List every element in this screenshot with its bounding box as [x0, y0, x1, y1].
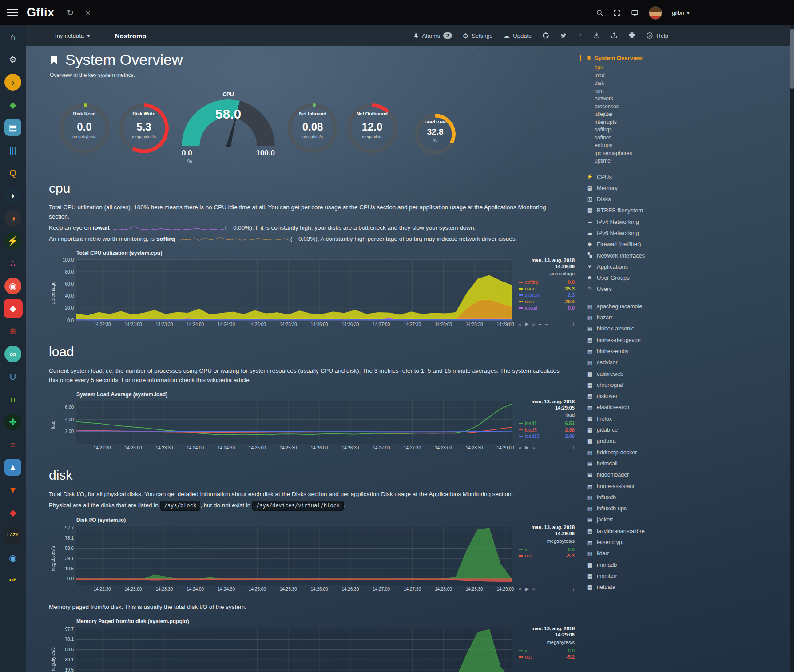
screen-cast-icon[interactable] [631, 9, 639, 16]
menu-toggle-icon[interactable] [7, 9, 18, 16]
legend-row-nice[interactable]: nice20.4 [519, 298, 575, 305]
sidebar-app-active-shield-app[interactable]: ◆ [0, 297, 26, 320]
chart-resize-handle[interactable]: ↕ [572, 321, 575, 327]
sidebar-app-half-orange-app[interactable]: ◑ [0, 207, 26, 229]
nav-app-netdata[interactable]: ▦ netdata [586, 582, 686, 593]
nav-app-lidarr[interactable]: ▦ lidarr [586, 548, 686, 559]
nav-app-mariadb[interactable]: ▦ mariadb [586, 560, 686, 571]
chart-zoom-in[interactable]: + [539, 321, 541, 327]
nav-app-elasticsearch[interactable]: ▦ elasticsearch [586, 402, 686, 413]
sidebar-app-dark-moon-app[interactable]: ◗ [0, 184, 26, 207]
nav-sub-uptime[interactable]: uptime [586, 157, 686, 165]
chart-resize-handle[interactable]: ↕ [572, 445, 575, 451]
nav-section-ipv4[interactable]: ☁ IPv4 Networking [586, 216, 686, 227]
legend-row-out[interactable]: out-5.2 [519, 654, 575, 660]
nav-section-cpus[interactable]: ⚡ CPUs [586, 171, 686, 183]
fullscreen-icon[interactable] [613, 9, 621, 16]
sidebar-app-u-blue-app[interactable]: U [0, 365, 26, 388]
nav-system-overview[interactable]: System Overview [580, 55, 686, 61]
print-button[interactable] [628, 32, 635, 39]
nav-section-applications[interactable]: ♥ Applications [586, 261, 686, 272]
nav-app-home-assistant[interactable]: ▦ home-assistant [586, 481, 686, 492]
nav-app-binhex-airsonic[interactable]: ▦ binhex-airsonic [586, 323, 686, 334]
system-load-chart[interactable]: 6.004.002.0014:22:3014:23:0014:23:3014:2… [57, 398, 514, 452]
nav-sub-ram[interactable]: ram [586, 87, 686, 95]
nav-sub-softnet[interactable]: softnet [586, 134, 686, 142]
nav-app-influxdb[interactable]: ▦ influxdb [586, 492, 686, 503]
legend-row-load15[interactable]: load152.06 [519, 433, 575, 440]
chart-pan-left[interactable]: « [519, 445, 521, 450]
nav-app-binhex-delugevpn[interactable]: ▦ binhex-delugevpn [586, 335, 686, 346]
nav-sub-ipc-semaphores[interactable]: ipc semaphores [586, 150, 686, 158]
scrollbar[interactable] [790, 25, 794, 672]
help-button[interactable]: ? Help [646, 32, 668, 39]
nav-app-bazarr[interactable]: ▦ bazarr [586, 312, 686, 323]
nav-app-hiddenloader[interactable]: ▦ hiddenloader [586, 469, 686, 481]
sidebar-app-gitlab[interactable]: ▼ [0, 478, 26, 501]
sidebar-app-scatter-app[interactable]: ∴ [0, 252, 26, 274]
chart-zoom-in[interactable]: + [539, 445, 541, 450]
legend-row-system[interactable]: system2.3 [519, 292, 575, 298]
nav-section-memory[interactable]: ▤ Memory [586, 183, 686, 194]
search-icon[interactable] [596, 9, 603, 16]
nav-app-binhex-emby[interactable]: ▦ binhex-emby [586, 346, 686, 357]
sidebar-app-photo-app[interactable]: ▲ [0, 456, 26, 478]
chart-zoom-in[interactable]: + [539, 586, 541, 592]
close-icon[interactable]: × [85, 8, 90, 17]
chart-pan-left[interactable]: « [519, 586, 521, 592]
sidebar-app-home[interactable]: ⌂ [0, 25, 26, 48]
legend-row-out[interactable]: out-5.3 [519, 553, 575, 559]
nav-section-user-groups[interactable]: ☻ User Groups [586, 272, 686, 283]
nav-app-calibreweb[interactable]: ▦ calibreweb [586, 369, 686, 380]
sidebar-app-u-green-app[interactable]: u [0, 388, 26, 410]
sidebar-app-lazylibrarian[interactable]: LAZY [0, 524, 26, 546]
nav-sub-processes[interactable]: processes [586, 103, 686, 111]
sidebar-app-jackett-search[interactable]: Q [0, 161, 26, 184]
legend-row-softirq[interactable]: softirq0.0 [519, 279, 575, 286]
nav-app-jackett[interactable]: ▦ jackett [586, 514, 686, 525]
facebook-link[interactable] [578, 32, 582, 39]
legend-row-in[interactable]: in0.0 [519, 546, 575, 553]
alarms-button[interactable]: Alarms 2 [413, 32, 452, 39]
import-button[interactable] [593, 32, 600, 39]
sidebar-app-droplet-app[interactable]: ◉ [0, 546, 26, 569]
sidebar-app-sabnzbd[interactable]: sab [0, 569, 26, 592]
sidebar-app-green-leaf-app[interactable]: ✤ [0, 410, 26, 433]
system-cpu-chart[interactable]: 100.080.060.040.020.00.014:22:3014:23:00… [57, 257, 514, 328]
chart-zoom-out[interactable]: − [545, 445, 548, 450]
chart-resize-handle[interactable]: ↕ [572, 586, 575, 592]
nav-sub-load[interactable]: load [586, 72, 686, 80]
chart-pan-right[interactable]: » [532, 586, 535, 592]
sidebar-app-bolt-app[interactable]: ⚡ [0, 229, 26, 252]
nav-app-hddtemp-docker[interactable]: ▦ hddtemp-docker [586, 447, 686, 458]
export-button[interactable] [611, 32, 618, 39]
nav-app-monitorr[interactable]: ▦ monitorr [586, 571, 686, 582]
legend-row-load5[interactable]: load52.68 [519, 427, 575, 433]
chart-pan-right[interactable]: » [532, 445, 535, 450]
user-menu[interactable]: gilbn ▾ [672, 9, 690, 16]
sidebar-app-flower-app[interactable]: ❋ [0, 320, 26, 342]
nav-app-lazylibrarian-calibre[interactable]: ▦ lazylibrarian-calibre [586, 526, 686, 537]
system-io-chart[interactable]: 97.778.158.639.119.50.014:22:3014:23:001… [57, 524, 514, 593]
nav-section-users[interactable]: ☺ Users [586, 283, 686, 294]
chart-play[interactable]: ▶ [525, 445, 528, 450]
user-avatar[interactable] [649, 6, 662, 20]
sidebar-app-airsonic[interactable]: ||| [0, 139, 26, 161]
system-pgpgio-chart[interactable]: 97.778.158.639.119.50.014:22:3014:23:001… [57, 625, 514, 672]
nav-sub-softirqs[interactable]: softirqs [586, 126, 686, 134]
chart-zoom-out[interactable]: − [545, 321, 548, 327]
nav-sub-entropy[interactable]: entropy [586, 142, 686, 150]
nav-app-grafana[interactable]: ▦ grafana [586, 436, 686, 447]
nav-app-heimdall[interactable]: ▦ heimdall [586, 458, 686, 469]
nav-app-letsencrypt[interactable]: ▦ letsencrypt [586, 537, 686, 548]
chart-zoom-out[interactable]: − [545, 586, 548, 592]
chart-play[interactable]: ▶ [525, 586, 528, 592]
sidebar-app-red-dot-app[interactable]: ◉ [0, 274, 26, 297]
nav-sub-network[interactable]: network [586, 95, 686, 103]
legend-row-user[interactable]: user35.3 [519, 286, 575, 292]
nav-app-chronograf[interactable]: ▦ chronograf [586, 380, 686, 391]
github-link[interactable] [542, 32, 549, 39]
nav-sub-idlejitter[interactable]: idlejitter [586, 111, 686, 119]
sidebar-app-plex[interactable]: › [0, 71, 26, 93]
nav-app-influxdb-ups[interactable]: ▦ influxdb-ups [586, 503, 686, 514]
